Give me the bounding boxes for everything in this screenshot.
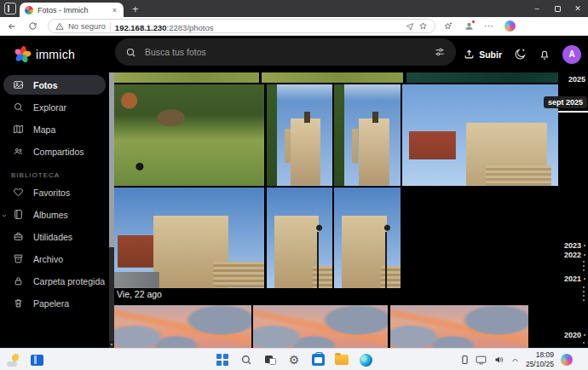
- taskbar-search-icon[interactable]: [238, 351, 255, 368]
- photo-thumbnail[interactable]: [114, 305, 251, 348]
- sidebar-item-favoritos[interactable]: Favoritos: [3, 182, 106, 202]
- pinned-app-icon[interactable]: [31, 355, 43, 366]
- send-icon[interactable]: [406, 22, 414, 31]
- scrubber-dots: [583, 261, 585, 271]
- photo-thumbnail[interactable]: [114, 84, 264, 186]
- photo-thumbnail[interactable]: [114, 72, 259, 83]
- screen: Fotos - Immich × + – ✕ No seguro 192.168…: [0, 0, 588, 370]
- date-group-header: Vie, 22 ago: [117, 289, 162, 299]
- user-avatar[interactable]: A: [562, 45, 581, 64]
- url-divider: [110, 22, 111, 31]
- immich-favicon-icon: [25, 6, 33, 14]
- url-path: :2283/photos: [167, 23, 214, 32]
- map-icon: [13, 124, 24, 135]
- photo-thumbnail[interactable]: [267, 84, 332, 186]
- sidebar-item-compartidos[interactable]: Compartidos: [3, 142, 106, 161]
- photo-thumbnail[interactable]: [390, 305, 528, 348]
- sidebar-item-utilidades[interactable]: Utilidades: [3, 227, 106, 246]
- immich-logo[interactable]: immich: [15, 47, 75, 61]
- reload-button[interactable]: [24, 19, 41, 34]
- photo-thumbnail[interactable]: [253, 305, 388, 348]
- album-icon: [13, 209, 24, 220]
- scrubber-hover-tooltip: sept 2025: [544, 96, 587, 108]
- profile-notification-dot: [471, 20, 476, 24]
- maximize-icon: [555, 6, 561, 12]
- minimize-button[interactable]: –: [527, 0, 547, 17]
- tab-actions-icon[interactable]: [4, 3, 16, 14]
- theme-toggle-moon-icon[interactable]: [514, 48, 527, 61]
- tab-close-icon[interactable]: ×: [111, 6, 118, 14]
- explore-search-icon: [13, 101, 24, 113]
- sidebar-item-albumes[interactable]: Álbumes: [3, 205, 106, 224]
- browser-tab-bar: Fotos - Immich × + – ✕: [0, 0, 588, 17]
- photo-thumbnail[interactable]: [334, 188, 401, 288]
- browser-menu-icon[interactable]: ⋯: [481, 19, 497, 34]
- photo-thumbnail[interactable]: [406, 72, 558, 83]
- taskbar-center: ⚙: [214, 349, 374, 370]
- hidden-icons-chevron[interactable]: [511, 357, 519, 363]
- photo-thumbnail[interactable]: [267, 188, 332, 288]
- utilities-toolbox-icon: [13, 231, 24, 242]
- archive-icon: [13, 253, 24, 264]
- scrubber-position-line: [558, 111, 588, 113]
- favorites-collections-icon[interactable]: [441, 19, 456, 34]
- url-field[interactable]: No seguro 192.168.1.230:2283/photos: [48, 19, 435, 33]
- photo-thumbnail[interactable]: [334, 84, 401, 186]
- profile-icon[interactable]: [461, 19, 476, 34]
- new-tab-button[interactable]: +: [132, 3, 139, 15]
- taskbar-clock[interactable]: 18:09 25/10/25: [526, 350, 554, 368]
- photo-thumbnail[interactable]: [114, 188, 264, 288]
- search-filter-icon[interactable]: [434, 46, 446, 58]
- scrubber-dots: [583, 342, 585, 344]
- start-button[interactable]: [214, 351, 231, 368]
- scrubber-dots: [583, 286, 585, 301]
- taskbar-widgets[interactable]: [7, 349, 43, 370]
- search-bar[interactable]: [115, 38, 456, 66]
- system-tray: 18:09 25/10/25: [461, 349, 573, 370]
- sidebar-item-fotos[interactable]: Fotos: [3, 75, 106, 95]
- edge-icon[interactable]: [357, 351, 374, 368]
- sidebar-item-explorar[interactable]: Explorar: [3, 97, 106, 117]
- trash-icon: [13, 298, 24, 309]
- timeline-scrubber[interactable]: 2025 sept 2025 2023 2022 2021 2020: [558, 72, 588, 348]
- sidebar-item-mapa[interactable]: Mapa: [3, 119, 106, 139]
- usb-device-icon[interactable]: [461, 355, 469, 365]
- task-view-icon[interactable]: [262, 351, 279, 368]
- weather-widget-icon[interactable]: [7, 354, 21, 367]
- date: 25/10/25: [526, 360, 554, 369]
- library-section-label: BIBLIOTECA: [11, 171, 109, 179]
- scrubber-year-label: 2023: [564, 241, 585, 250]
- url-host: 192.168.1.230: [115, 23, 167, 32]
- not-secure-warning-icon: [55, 22, 64, 31]
- bookmark-star-icon[interactable]: [418, 21, 428, 31]
- settings-icon[interactable]: ⚙: [285, 351, 303, 368]
- browser-tab[interactable]: Fotos - Immich ×: [20, 3, 124, 17]
- time: 18:09: [526, 350, 554, 360]
- browser-address-bar: No seguro 192.168.1.230:2283/photos ⋯: [0, 17, 588, 36]
- sidebar-item-archivo[interactable]: Archivo: [3, 249, 106, 269]
- sidebar-item-carpeta-protegida[interactable]: Carpeta protegida: [3, 271, 106, 291]
- immich-logo-icon: [15, 47, 30, 61]
- heart-icon: [13, 187, 24, 198]
- search-input[interactable]: [145, 47, 425, 57]
- file-explorer-icon[interactable]: [333, 351, 350, 368]
- display-cast-icon[interactable]: [476, 356, 487, 365]
- photo-grid: Vie, 22 ago: [114, 72, 558, 348]
- sidebar-item-papelera[interactable]: Papelera: [3, 293, 106, 313]
- notifications-bell-icon[interactable]: [539, 49, 551, 61]
- copilot-taskbar-icon[interactable]: [561, 354, 573, 366]
- window-controls: – ✕: [527, 0, 588, 17]
- tab-title: Fotos - Immich: [37, 6, 107, 14]
- lock-icon: [13, 275, 24, 286]
- back-button[interactable]: [3, 19, 20, 34]
- upload-button[interactable]: Subir: [464, 49, 502, 60]
- microsoft-store-icon[interactable]: [309, 351, 326, 368]
- chevron-down-icon[interactable]: [1, 211, 8, 221]
- photo-thumbnail[interactable]: [402, 84, 558, 186]
- copilot-icon[interactable]: [502, 19, 517, 34]
- volume-icon[interactable]: [493, 355, 504, 365]
- photos-icon: [13, 79, 24, 90]
- photo-thumbnail[interactable]: [262, 72, 403, 83]
- close-button[interactable]: ✕: [568, 0, 588, 17]
- maximize-button[interactable]: [547, 0, 568, 17]
